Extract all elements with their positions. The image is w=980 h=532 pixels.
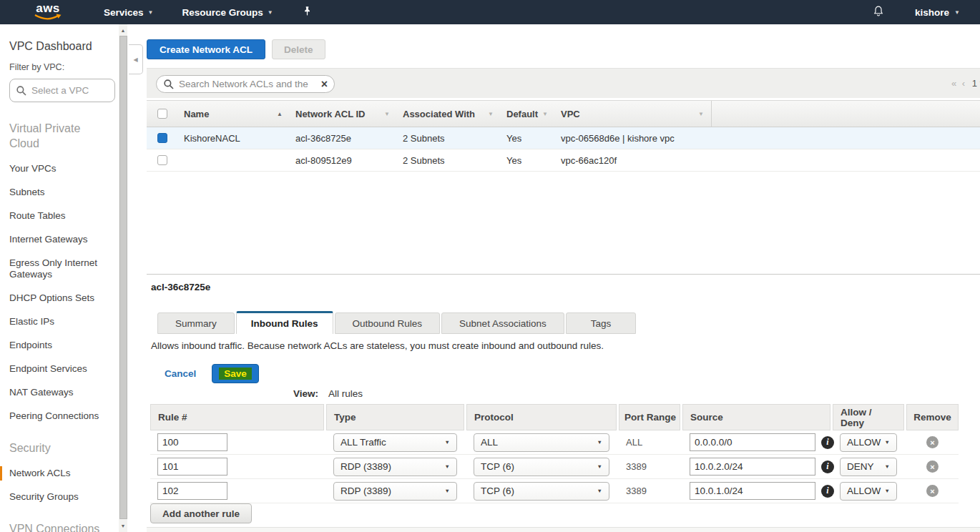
sidebar-item-subnets[interactable]: Subnets: [9, 187, 115, 198]
tab-outbound-rules[interactable]: Outbound Rules: [335, 312, 441, 334]
section-heading-security: Security: [9, 440, 109, 455]
pin-shortcut-button[interactable]: [302, 6, 313, 19]
rule-number-input[interactable]: [157, 482, 227, 500]
acl-table-header: Name ▲ Network ACL ID ▼ Associated With …: [147, 100, 980, 127]
col-header-default[interactable]: Default ▼: [501, 101, 555, 127]
sidebar-item-security-groups[interactable]: Security Groups: [9, 491, 115, 503]
remove-rule-icon[interactable]: ×: [926, 460, 939, 473]
rule-number-input[interactable]: [157, 433, 227, 451]
col-header-associated-with[interactable]: Associated With ▼: [397, 101, 501, 127]
scroll-up-arrow-icon[interactable]: ▲: [119, 26, 127, 35]
allow-deny-select[interactable]: ALLOW ▼: [840, 482, 897, 501]
protocol-select[interactable]: TCP (6) ▼: [474, 482, 609, 501]
protocol-select-value: TCP (6): [481, 461, 514, 472]
protocol-select[interactable]: TCP (6) ▼: [474, 458, 609, 476]
bell-icon: [872, 4, 885, 18]
sidebar-scrollbar[interactable]: ▲ ▼: [119, 24, 127, 532]
vpc-filter-input[interactable]: [31, 85, 103, 96]
rule-number-input[interactable]: [157, 458, 227, 476]
save-button[interactable]: Save: [212, 364, 259, 383]
acl-table-row[interactable]: acl-809512e9 2 Subnets Yes vpc-66ac120f: [147, 149, 980, 172]
col-header-port-range: Port Range: [619, 404, 680, 430]
source-input[interactable]: [690, 433, 815, 451]
view-value-dropdown[interactable]: All rules: [328, 388, 363, 399]
sort-caret-icon: ▼: [384, 111, 390, 117]
sidebar-item-dhcp-options-sets[interactable]: DHCP Options Sets: [9, 292, 115, 304]
sidebar-title[interactable]: VPC Dashboard: [9, 40, 119, 53]
bottom-strip: [147, 527, 980, 532]
remove-rule-icon[interactable]: ×: [926, 436, 939, 448]
aws-logo[interactable]: aws: [31, 4, 64, 21]
sidebar-item-route-tables[interactable]: Route Tables: [9, 210, 115, 222]
topbar-right: kishore ▼: [872, 4, 980, 20]
acl-table-row[interactable]: KishoreNACL acl-36c8725e 2 Subnets Yes v…: [147, 127, 980, 149]
allow-deny-select[interactable]: ALLOW ▼: [840, 433, 897, 452]
sidebar-item-your-vpcs[interactable]: Your VPCs: [9, 163, 115, 174]
col-header-allow-deny: Allow / Deny: [833, 404, 904, 430]
filter-by-vpc-label: Filter by VPC:: [9, 62, 119, 72]
rule-row: RDP (3389) ▼ TCP (6) ▼ 3389 i ALLOW ▼: [150, 479, 959, 503]
delete-button[interactable]: Delete: [272, 39, 325, 59]
sidebar-scrollbar-thumb[interactable]: [119, 36, 127, 519]
tab-tags[interactable]: Tags: [566, 312, 637, 334]
protocol-select-value: ALL: [481, 437, 498, 448]
select-caret-icon: ▼: [445, 488, 450, 494]
clear-search-icon[interactable]: ×: [321, 79, 328, 89]
sidebar-item-endpoint-services[interactable]: Endpoint Services: [9, 363, 115, 375]
scroll-down-arrow-icon[interactable]: ▼: [119, 521, 127, 531]
tab-inbound-rules[interactable]: Inbound Rules: [236, 311, 333, 334]
vpc-sidebar: VPC Dashboard Filter by VPC: Virtual Pri…: [0, 24, 119, 532]
sidebar-item-network-acls[interactable]: Network ACLs: [9, 468, 115, 479]
rule-row: ALL Traffic ▼ ALL ▼ ALL i ALLOW ▼: [150, 430, 959, 455]
sort-caret-icon: ▼: [542, 111, 548, 117]
remove-rule-icon[interactable]: ×: [926, 485, 939, 497]
vpc-filter-box[interactable]: [9, 79, 115, 102]
type-select[interactable]: RDP (3389) ▼: [333, 458, 457, 476]
cancel-button[interactable]: Cancel: [165, 368, 196, 379]
notifications-button[interactable]: [872, 4, 885, 20]
edit-actions: Cancel Save: [165, 364, 259, 383]
protocol-select[interactable]: ALL ▼: [474, 433, 609, 452]
acl-vpc-cell: vpc-06568d6e | kishore vpc: [555, 133, 980, 144]
search-icon: [16, 85, 27, 97]
col-header-vpc[interactable]: VPC ▼: [555, 101, 711, 127]
sidebar-item-peering-connections[interactable]: Peering Connections: [9, 410, 115, 422]
tab-subnet-associations[interactable]: Subnet Associations: [441, 312, 564, 334]
col-header-name[interactable]: Name ▲: [178, 101, 290, 127]
add-another-rule-button[interactable]: Add another rule: [150, 503, 252, 523]
acl-search-box[interactable]: Search Network ACLs and the ×: [156, 75, 335, 93]
source-input[interactable]: [690, 458, 815, 476]
sidebar-item-endpoints[interactable]: Endpoints: [9, 340, 115, 351]
type-select[interactable]: ALL Traffic ▼: [333, 433, 457, 452]
tab-summary[interactable]: Summary: [157, 312, 235, 334]
col-default-label: Default: [506, 109, 538, 119]
services-menu[interactable]: Services ▼: [104, 7, 153, 18]
select-all-cell: [147, 109, 178, 119]
allow-deny-value: ALLOW: [847, 486, 881, 496]
pagination-prev-icons[interactable]: « ‹: [951, 78, 966, 89]
sidebar-item-egress-only-internet-gateways[interactable]: Egress Only Internet Gateways: [9, 257, 115, 280]
select-all-checkbox[interactable]: [157, 109, 167, 119]
create-network-acl-button[interactable]: Create Network ACL: [147, 39, 265, 59]
acl-search-text: Search Network ACLs and the: [179, 79, 317, 89]
sidebar-item-internet-gateways[interactable]: Internet Gateways: [9, 234, 115, 245]
row-checkbox-checked[interactable]: [157, 133, 167, 143]
sidebar-collapse-handle[interactable]: ◀: [129, 44, 143, 74]
col-header-acl-id[interactable]: Network ACL ID ▼: [290, 101, 397, 127]
col-header-spacer: [711, 101, 980, 127]
allow-deny-select[interactable]: DENY ▼: [840, 458, 897, 476]
user-menu[interactable]: kishore ▼: [915, 7, 960, 18]
acl-default-cell: Yes: [501, 155, 555, 166]
source-input[interactable]: [690, 482, 815, 500]
inbound-rules-description: Allows inbound traffic. Because network …: [151, 340, 604, 351]
pagination[interactable]: « ‹ 1 t: [951, 78, 980, 89]
type-select[interactable]: RDP (3389) ▼: [333, 482, 457, 501]
sort-caret-icon: ▼: [698, 111, 704, 117]
section-heading-vpn: VPN Connections: [9, 521, 109, 532]
resource-groups-menu[interactable]: Resource Groups ▼: [182, 7, 273, 18]
acl-id-cell: acl-36c8725e: [290, 133, 397, 144]
row-checkbox[interactable]: [157, 155, 167, 165]
sidebar-item-elastic-ips[interactable]: Elastic IPs: [9, 316, 115, 327]
allow-deny-value: DENY: [847, 461, 874, 472]
sidebar-item-nat-gateways[interactable]: NAT Gateways: [9, 387, 115, 398]
